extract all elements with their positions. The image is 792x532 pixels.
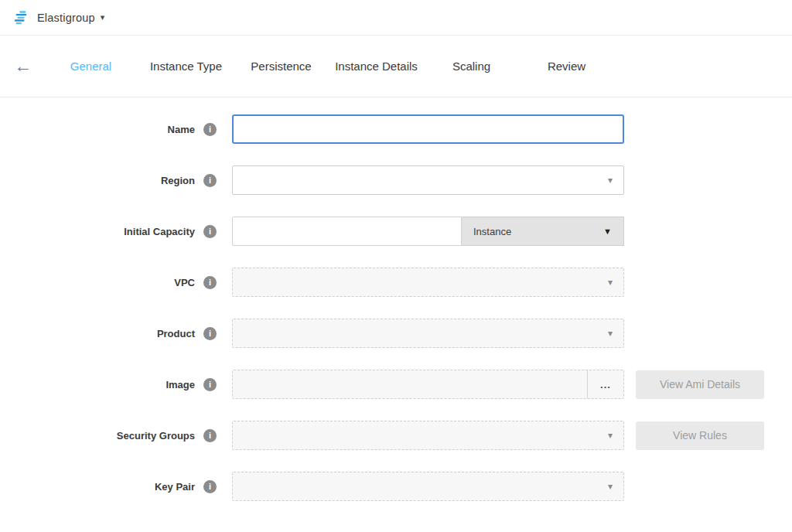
tab-review[interactable]: Review bbox=[519, 60, 614, 73]
tab-scaling[interactable]: Scaling bbox=[424, 60, 519, 73]
security-groups-select: ▾ bbox=[232, 421, 624, 450]
wizard-tabs: General Instance Type Persistence Instan… bbox=[43, 60, 614, 73]
form-row-region: Region i ▾ bbox=[0, 165, 792, 195]
form-row-name: Name i bbox=[0, 114, 792, 144]
view-ami-details-button: View Ami Details bbox=[636, 370, 764, 399]
wizard-tab-bar: ← General Instance Type Persistence Inst… bbox=[0, 36, 792, 97]
brand-name: Elastigroup bbox=[37, 12, 95, 24]
chevron-down-icon: ▾ bbox=[608, 431, 613, 440]
tab-general[interactable]: General bbox=[43, 60, 138, 73]
brand-caret-down-icon: ▾ bbox=[101, 13, 105, 22]
vpc-select: ▾ bbox=[232, 268, 624, 297]
vpc-info-icon[interactable]: i bbox=[203, 276, 217, 289]
form-row-security-groups: Security Groups i ▾ View Rules bbox=[0, 421, 792, 450]
general-settings-form: Name i Region i ▾ Initial Capacity i Ins… bbox=[0, 97, 792, 501]
chevron-down-icon: ▼ bbox=[603, 227, 612, 236]
chevron-down-icon: ▾ bbox=[608, 482, 613, 491]
capacity-unit-select[interactable]: Instance ▼ bbox=[462, 217, 624, 246]
security-groups-label: Security Groups bbox=[117, 430, 195, 442]
region-info-icon[interactable]: i bbox=[203, 174, 217, 187]
product-switcher[interactable]: Elastigroup ▾ bbox=[12, 9, 104, 26]
product-select: ▾ bbox=[232, 319, 624, 348]
initial-capacity-info-icon[interactable]: i bbox=[203, 225, 217, 238]
vpc-label: VPC bbox=[174, 277, 195, 288]
image-info-icon[interactable]: i bbox=[203, 378, 217, 391]
capacity-unit-value: Instance bbox=[473, 226, 511, 237]
image-picker-field: ... bbox=[232, 370, 624, 399]
region-label: Region bbox=[161, 175, 195, 186]
image-label: Image bbox=[166, 379, 195, 390]
name-input[interactable] bbox=[232, 114, 624, 144]
initial-capacity-input[interactable] bbox=[232, 217, 462, 246]
tab-instance-type[interactable]: Instance Type bbox=[138, 60, 234, 73]
tab-persistence[interactable]: Persistence bbox=[234, 60, 329, 73]
security-groups-info-icon[interactable]: i bbox=[203, 429, 217, 442]
form-row-image: Image i ... View Ami Details bbox=[0, 370, 792, 399]
chevron-down-icon: ▾ bbox=[608, 329, 613, 338]
top-bar: Elastigroup ▾ bbox=[0, 0, 792, 36]
product-label: Product bbox=[157, 328, 195, 339]
tab-instance-details[interactable]: Instance Details bbox=[329, 60, 424, 73]
name-info-icon[interactable]: i bbox=[203, 123, 217, 136]
region-select[interactable]: ▾ bbox=[232, 165, 624, 195]
key-pair-select: ▾ bbox=[232, 472, 624, 501]
image-picker-value bbox=[233, 370, 587, 398]
form-row-product: Product i ▾ bbox=[0, 319, 792, 348]
image-browse-button: ... bbox=[588, 370, 623, 398]
key-pair-label: Key Pair bbox=[155, 481, 195, 493]
chevron-down-icon: ▾ bbox=[608, 278, 613, 287]
elastigroup-logo-icon bbox=[12, 9, 29, 26]
view-rules-button: View Rules bbox=[636, 421, 764, 450]
form-row-key-pair: Key Pair i ▾ bbox=[0, 472, 792, 501]
form-row-vpc: VPC i ▾ bbox=[0, 268, 792, 297]
chevron-down-icon: ▾ bbox=[608, 176, 613, 185]
back-arrow-icon[interactable]: ← bbox=[14, 57, 39, 75]
name-label: Name bbox=[168, 124, 195, 135]
initial-capacity-label: Initial Capacity bbox=[124, 226, 195, 237]
product-info-icon[interactable]: i bbox=[203, 327, 217, 340]
form-row-initial-capacity: Initial Capacity i Instance ▼ bbox=[0, 217, 792, 246]
key-pair-info-icon[interactable]: i bbox=[203, 480, 217, 493]
